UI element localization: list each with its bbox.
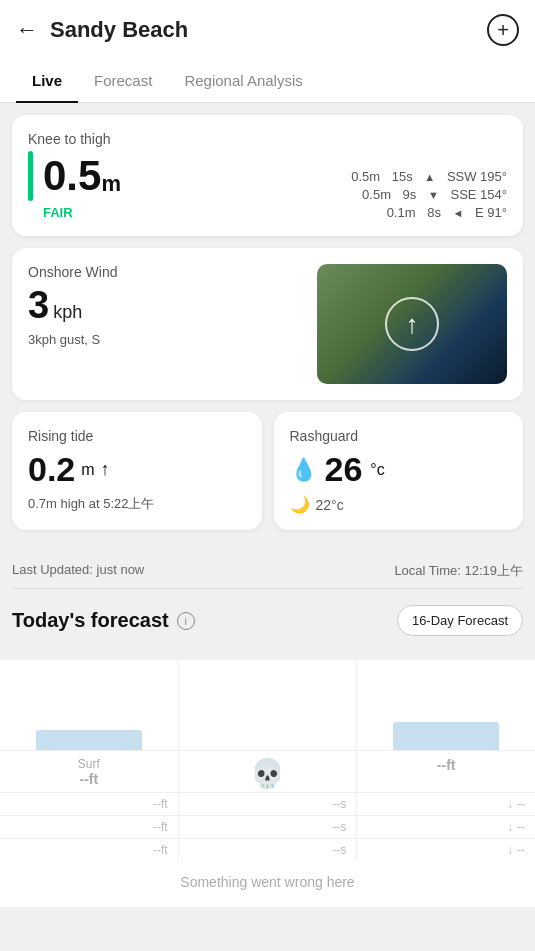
wind-gust-label: 3kph gust, S — [28, 332, 305, 347]
wind-speed-value: 3 — [28, 286, 49, 324]
page-title: Sandy Beach — [50, 17, 487, 43]
surf-val-3: --ft — [359, 757, 533, 773]
wind-label: Onshore Wind — [28, 264, 305, 280]
tide-value: 0.2 — [28, 450, 75, 489]
forecast-bars — [0, 660, 535, 750]
sixteen-day-forecast-button[interactable]: 16-Day Forecast — [397, 605, 523, 636]
moon-icon: 🌙 — [290, 495, 310, 514]
wave-stat-2: 0.5m 9s ▼ SSE 154° — [362, 187, 507, 202]
forecast-title: Today's forecast — [12, 609, 169, 632]
tab-live[interactable]: Live — [16, 60, 78, 103]
stat-arrow-icon-3: ↓ — [507, 843, 513, 857]
forecast-stat-row-3: --ft --s ↓ -- — [0, 838, 535, 861]
stat-arrow-icon-2: ↓ — [507, 820, 513, 834]
error-message-area: Something went wrong here — [0, 861, 535, 907]
water-drop-icon: 💧 — [290, 457, 317, 483]
tide-unit: m — [81, 461, 94, 479]
error-text: Something went wrong here — [180, 874, 354, 890]
skull-icon: 💀 — [250, 757, 285, 790]
forecast-chart-area: Surf --ft 💀 --ft --ft --s ↓ -- --ft --s … — [0, 660, 535, 907]
bottom-cards-row: Rising tide 0.2 m ↑ 0.7m high at 5:22上午 … — [12, 412, 523, 530]
wind-map: ↑ — [317, 264, 507, 384]
stat-arrow-icon: ↓ — [507, 797, 513, 811]
wave-quality-bar — [28, 151, 33, 201]
wind-direction-indicator: ↑ — [385, 297, 439, 351]
forecast-col-2 — [179, 660, 358, 750]
tab-bar: Live Forecast Regional Analysis — [0, 60, 535, 103]
wave-height-unit: m — [101, 171, 121, 197]
surf-val-1: --ft — [2, 771, 176, 787]
wave-stat-3: 0.1m 8s ◄ E 91° — [387, 205, 507, 220]
add-button[interactable]: + — [487, 14, 519, 46]
local-time-label: Local Time: 12:19上午 — [394, 562, 523, 580]
forecast-surf-label-1: Surf --ft — [0, 751, 179, 792]
rash-label: Rashguard — [290, 428, 508, 444]
back-button[interactable]: ← — [16, 17, 38, 43]
wave-card: Knee to thigh 0.5 m FAIR 0.5m 15s ▲ — [12, 115, 523, 236]
wave-stat-1: 0.5m 15s ▲ SSW 195° — [351, 169, 507, 184]
add-icon: + — [497, 19, 509, 42]
wave-quality-label: FAIR — [43, 205, 121, 220]
forecast-skull-cell: 💀 — [179, 751, 358, 792]
tide-label: Rising tide — [28, 428, 246, 444]
wave-label: Knee to thigh — [28, 131, 507, 147]
air-temp-label: 22°c — [316, 497, 344, 513]
tab-regional[interactable]: Regional Analysis — [168, 60, 318, 103]
forecast-col-1 — [0, 660, 179, 750]
main-content: Knee to thigh 0.5 m FAIR 0.5m 15s ▲ — [0, 103, 535, 554]
water-temp-value: 26 — [325, 450, 363, 489]
forecast-section: Today's forecast i 16-Day Forecast — [0, 589, 535, 660]
forecast-stats: --ft --s ↓ -- --ft --s ↓ -- --ft --s ↓ -… — [0, 792, 535, 861]
forecast-stat-row-2: --ft --s ↓ -- — [0, 815, 535, 838]
tide-card: Rising tide 0.2 m ↑ 0.7m high at 5:22上午 — [12, 412, 262, 530]
forecast-surf-label-3: --ft — [357, 751, 535, 792]
tide-high-label: 0.7m high at 5:22上午 — [28, 495, 246, 513]
last-updated-label: Last Updated: just now — [12, 562, 144, 580]
wind-arrow-icon: ↑ — [406, 311, 419, 337]
status-bar: Last Updated: just now Local Time: 12:19… — [0, 554, 535, 588]
wind-speed-unit: kph — [53, 302, 82, 323]
wave-stats: 0.5m 15s ▲ SSW 195° 0.5m 9s ▼ SSE 154° — [351, 169, 507, 220]
wave-height-value: 0.5 — [43, 155, 101, 197]
rash-card: Rashguard 💧 26 °c 🌙 22°c — [274, 412, 524, 530]
forecast-surf-row: Surf --ft 💀 --ft — [0, 750, 535, 792]
info-icon[interactable]: i — [177, 612, 195, 630]
header: ← Sandy Beach + — [0, 0, 535, 60]
tide-arrow-icon: ↑ — [101, 459, 110, 480]
surf-text: Surf — [2, 757, 176, 771]
water-temp-unit: °c — [370, 461, 384, 479]
forecast-col-3 — [357, 660, 535, 750]
forecast-stat-row-1: --ft --s ↓ -- — [0, 792, 535, 815]
tab-forecast[interactable]: Forecast — [78, 60, 168, 103]
wind-card: Onshore Wind 3 kph 3kph gust, S ↑ — [12, 248, 523, 400]
